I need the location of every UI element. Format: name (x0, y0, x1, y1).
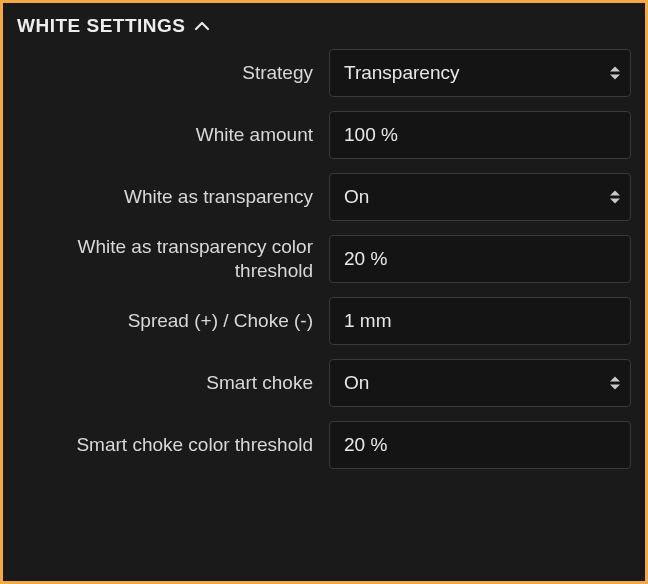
select-smart-choke[interactable]: On (329, 359, 631, 407)
label-white-as-transparency: White as transparency (17, 185, 313, 209)
select-smart-choke-value: On (344, 372, 369, 394)
input-spread-choke-value: 1 mm (344, 310, 392, 332)
row-white-as-transparency: White as transparency On (17, 173, 631, 221)
input-white-as-transparency-threshold[interactable]: 20 % (329, 235, 631, 283)
input-smart-choke-threshold[interactable]: 20 % (329, 421, 631, 469)
row-spread-choke: Spread (+) / Choke (-) 1 mm (17, 297, 631, 345)
row-white-as-transparency-threshold: White as transparency color threshold 20… (17, 235, 631, 283)
panel-body: Strategy Transparency White amount 100 %… (3, 43, 645, 581)
input-white-amount[interactable]: 100 % (329, 111, 631, 159)
input-white-as-transparency-threshold-value: 20 % (344, 248, 387, 270)
select-strategy-value: Transparency (344, 62, 459, 84)
label-smart-choke-threshold: Smart choke color threshold (17, 433, 313, 457)
select-white-as-transparency-value: On (344, 186, 369, 208)
label-white-as-transparency-threshold: White as transparency color threshold (17, 235, 313, 283)
row-smart-choke: Smart choke On (17, 359, 631, 407)
row-strategy: Strategy Transparency (17, 49, 631, 97)
input-white-amount-value: 100 % (344, 124, 398, 146)
select-strategy[interactable]: Transparency (329, 49, 631, 97)
select-white-as-transparency[interactable]: On (329, 173, 631, 221)
input-smart-choke-threshold-value: 20 % (344, 434, 387, 456)
input-spread-choke[interactable]: 1 mm (329, 297, 631, 345)
label-spread-choke: Spread (+) / Choke (-) (17, 309, 313, 333)
collapse-icon (194, 20, 210, 32)
dropdown-arrows-icon (610, 67, 620, 80)
panel-title: WHITE SETTINGS (17, 15, 186, 37)
row-white-amount: White amount 100 % (17, 111, 631, 159)
dropdown-arrows-icon (610, 377, 620, 390)
dropdown-arrows-icon (610, 191, 620, 204)
label-smart-choke: Smart choke (17, 371, 313, 395)
row-smart-choke-threshold: Smart choke color threshold 20 % (17, 421, 631, 469)
label-strategy: Strategy (17, 61, 313, 85)
label-white-amount: White amount (17, 123, 313, 147)
panel-header[interactable]: WHITE SETTINGS (3, 3, 645, 43)
white-settings-panel: WHITE SETTINGS Strategy Transparency Whi… (0, 0, 648, 584)
